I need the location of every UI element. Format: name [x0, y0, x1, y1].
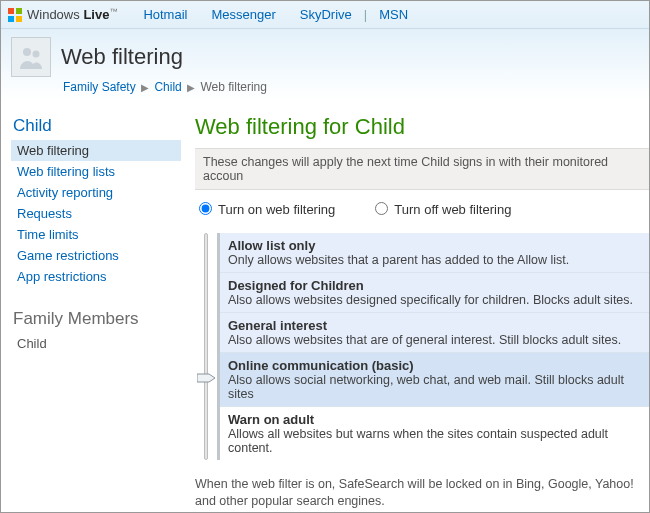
radio-turn-off-label: Turn off web filtering [394, 202, 511, 217]
sidebar-item-requests[interactable]: Requests [11, 203, 181, 224]
level-name: Allow list only [228, 238, 641, 253]
level-desc: Also allows websites designed specifical… [228, 293, 641, 307]
footnote: When the web filter is on, SafeSearch wi… [195, 476, 649, 510]
level-desc: Also allows websites that are of general… [228, 333, 641, 347]
svg-rect-3 [16, 16, 22, 22]
level-desc: Only allows websites that a parent has a… [228, 253, 641, 267]
radio-turn-off-input[interactable] [375, 202, 388, 215]
level-name: Warn on adult [228, 412, 641, 427]
brand-label: Windows Live™ [27, 7, 117, 22]
avatar [11, 37, 51, 77]
sidebar-heading-child[interactable]: Child [13, 116, 181, 136]
main-content: Web filtering for Child These changes wi… [181, 100, 649, 513]
radio-turn-on[interactable]: Turn on web filtering [199, 202, 335, 217]
nav-msn[interactable]: MSN [367, 7, 420, 22]
radio-turn-on-label: Turn on web filtering [218, 202, 335, 217]
filtering-toggle-group: Turn on web filtering Turn off web filte… [199, 202, 649, 217]
sidebar-heading-family: Family Members [13, 309, 181, 329]
nav-messenger[interactable]: Messenger [199, 7, 287, 22]
info-banner: These changes will apply the next time C… [195, 148, 649, 190]
sidebar-item-game-restrictions[interactable]: Game restrictions [11, 245, 181, 266]
windows-flag-icon [7, 7, 23, 23]
radio-turn-on-input[interactable] [199, 202, 212, 215]
level-name: Online communication (basic) [228, 358, 641, 373]
content-heading: Web filtering for Child [195, 114, 649, 140]
level-desc: Allows all websites but warns when the s… [228, 427, 641, 455]
level-name: General interest [228, 318, 641, 333]
sidebar: Child Web filtering Web filtering lists … [1, 100, 181, 513]
sidebar-item-web-filtering-lists[interactable]: Web filtering lists [11, 161, 181, 182]
level-online-communication[interactable]: Online communication (basic) Also allows… [220, 352, 649, 406]
nav-skydrive[interactable]: SkyDrive [288, 7, 364, 22]
nav-hotmail[interactable]: Hotmail [131, 7, 199, 22]
level-designed-for-children[interactable]: Designed for Children Also allows websit… [220, 272, 649, 312]
svg-point-4 [23, 48, 31, 56]
filtering-level-block: Allow list only Only allows websites tha… [195, 233, 649, 460]
svg-rect-2 [8, 16, 14, 22]
level-desc: Also allows social networking, web chat,… [228, 373, 641, 401]
svg-point-5 [33, 51, 40, 58]
slider-thumb-icon[interactable] [197, 372, 215, 384]
page-header: Web filtering Family Safety ▶ Child ▶ We… [1, 29, 649, 100]
level-slider[interactable] [195, 233, 217, 460]
radio-turn-off[interactable]: Turn off web filtering [375, 202, 511, 217]
svg-rect-1 [16, 8, 22, 14]
level-general-interest[interactable]: General interest Also allows websites th… [220, 312, 649, 352]
svg-rect-0 [8, 8, 14, 14]
sidebar-item-app-restrictions[interactable]: App restrictions [11, 266, 181, 287]
breadcrumb: Family Safety ▶ Child ▶ Web filtering [63, 80, 637, 94]
svg-marker-6 [197, 374, 215, 382]
level-allow-list-only[interactable]: Allow list only Only allows websites tha… [220, 233, 649, 272]
chevron-right-icon: ▶ [139, 82, 151, 93]
crumb-child[interactable]: Child [154, 80, 181, 94]
level-name: Designed for Children [228, 278, 641, 293]
level-list: Allow list only Only allows websites tha… [217, 233, 649, 460]
crumb-current: Web filtering [200, 80, 266, 94]
top-nav: Windows Live™ Hotmail Messenger SkyDrive… [1, 1, 649, 29]
crumb-family-safety[interactable]: Family Safety [63, 80, 136, 94]
sidebar-item-activity-reporting[interactable]: Activity reporting [11, 182, 181, 203]
sidebar-member-child[interactable]: Child [11, 333, 181, 354]
level-warn-on-adult[interactable]: Warn on adult Allows all websites but wa… [220, 406, 649, 460]
page-title: Web filtering [61, 44, 183, 70]
sidebar-item-web-filtering[interactable]: Web filtering [11, 140, 181, 161]
chevron-right-icon: ▶ [185, 82, 197, 93]
sidebar-item-time-limits[interactable]: Time limits [11, 224, 181, 245]
